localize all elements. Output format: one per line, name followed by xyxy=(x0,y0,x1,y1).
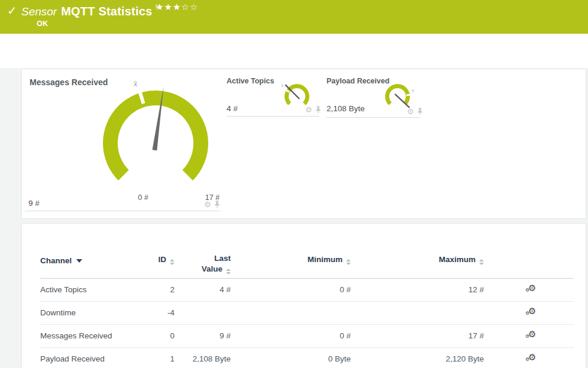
channel-settings-icon[interactable]: ⚙⚙ xyxy=(525,306,537,317)
channel-last-value: 4 # xyxy=(175,278,231,301)
sort-desc-icon xyxy=(76,259,82,263)
gauge-divider xyxy=(25,211,220,211)
channel-minimum: 0 # xyxy=(231,278,351,301)
stars-filled[interactable]: ★★★ xyxy=(156,2,181,12)
gear-icon[interactable]: ⚙ xyxy=(305,106,312,114)
status-check-icon: ✓ xyxy=(7,4,17,18)
gauges-panel: Messages Received x̄ 0 # 17 # 9 # ⚙ xyxy=(22,69,586,218)
column-header-minimum[interactable]: Minimum xyxy=(231,224,351,278)
table-row[interactable]: Active Topics 2 4 # 0 # 12 # ⚙⚙ xyxy=(40,278,574,301)
column-label: ID xyxy=(159,255,167,264)
sort-icon xyxy=(479,259,484,265)
channel-id: 1 xyxy=(139,347,175,368)
column-label: Value xyxy=(202,264,222,273)
gauge-min-label: 0 # xyxy=(130,193,156,202)
column-header-actions xyxy=(484,224,574,278)
stars-empty[interactable]: ☆☆ xyxy=(181,2,198,12)
pin-icon[interactable] xyxy=(315,106,321,114)
channel-minimum: 0 Byte xyxy=(231,347,351,368)
column-header-maximum[interactable]: Maximum xyxy=(351,224,484,278)
column-header-last-value[interactable]: Last Value xyxy=(175,224,231,278)
gauge-actions: ⚙ xyxy=(204,201,220,208)
gear-icon[interactable]: ⚙ xyxy=(407,108,414,115)
object-type-label: Sensor xyxy=(21,5,57,18)
channel-name[interactable]: Downtime xyxy=(40,301,139,324)
channel-last-value xyxy=(175,301,231,324)
channel-maximum: 12 # xyxy=(351,278,484,301)
channel-maximum: 17 # xyxy=(351,324,484,347)
channel-minimum xyxy=(231,301,351,324)
gauge-current-value: 4 # xyxy=(227,104,238,113)
channel-name[interactable]: Payload Received xyxy=(40,347,139,368)
sort-icon xyxy=(170,259,175,265)
channel-settings-icon[interactable]: ⚙⚙ xyxy=(525,330,537,340)
gauge-current-value: 2,108 Byte xyxy=(327,104,365,113)
average-marker: x̄ xyxy=(281,83,283,88)
column-label: Maximum xyxy=(439,255,476,264)
channel-id: -4 xyxy=(139,301,175,324)
tab-bar: Overview Live Data 2 days 30 days 365 da… xyxy=(0,34,588,68)
priority-stars[interactable]: ★★★☆☆ xyxy=(156,2,198,12)
gauge-dial: x̄ xyxy=(96,78,215,208)
column-header-channel[interactable]: Channel xyxy=(40,224,139,278)
channel-last-value: 2,108 Byte xyxy=(175,347,231,368)
gauge-actions: ⚙ xyxy=(407,108,423,115)
gauge-divider xyxy=(327,117,420,118)
column-label: Last xyxy=(214,254,231,263)
page-title: MQTT Statistics xyxy=(61,5,152,18)
gauge-actions: ⚙ xyxy=(305,106,321,114)
pin-icon[interactable] xyxy=(214,201,220,208)
column-header-id[interactable]: ID xyxy=(139,224,175,278)
table-row[interactable]: Payload Received 1 2,108 Byte 0 Byte 2,1… xyxy=(40,347,574,368)
channel-settings-icon[interactable]: ⚙⚙ xyxy=(525,283,537,294)
sort-icon xyxy=(346,259,351,265)
average-marker: x̄ xyxy=(134,80,137,88)
channel-maximum: 2,120 Byte xyxy=(351,347,484,368)
status-badge: OK xyxy=(37,20,49,28)
content-area: Messages Received x̄ 0 # 17 # 9 # ⚙ xyxy=(0,68,588,368)
table-header-row: Channel ID Last Value Minimum Maximum xyxy=(40,224,574,278)
average-marker: x̄ xyxy=(412,89,414,93)
column-label: Channel xyxy=(40,256,72,265)
channel-id: 0 xyxy=(139,324,175,347)
sensor-header: ✓ SensorMQTT Statistics⚐ ★★★☆☆ OK xyxy=(0,0,588,34)
channel-name[interactable]: Messages Received xyxy=(40,324,139,347)
gauge-divider xyxy=(227,116,319,117)
column-label: Minimum xyxy=(308,255,343,264)
channel-name[interactable]: Active Topics xyxy=(40,278,139,301)
table-row[interactable]: Downtime -4 ⚙⚙ xyxy=(40,301,574,324)
channel-settings-icon[interactable]: ⚙⚙ xyxy=(525,353,537,363)
channel-id: 2 xyxy=(139,278,175,301)
pin-icon[interactable] xyxy=(417,108,423,115)
table-row[interactable]: Messages Received 0 9 # 0 # 17 # ⚙⚙ xyxy=(40,324,574,347)
channel-minimum: 0 # xyxy=(231,324,351,347)
gear-icon[interactable]: ⚙ xyxy=(204,201,211,208)
channel-maximum xyxy=(351,301,484,324)
gauge-title: Active Topics xyxy=(227,77,274,85)
channel-last-value: 9 # xyxy=(175,324,231,347)
channels-table: Channel ID Last Value Minimum Maximum Ac… xyxy=(40,224,574,368)
sensor-title-line: SensorMQTT Statistics⚐ xyxy=(21,3,161,18)
sort-icon xyxy=(226,269,231,275)
sensor-page: ✓ SensorMQTT Statistics⚐ ★★★☆☆ OK Overvi… xyxy=(0,0,588,368)
channels-panel: Channel ID Last Value Minimum Maximum Ac… xyxy=(22,224,586,368)
gauge-current-value: 9 # xyxy=(28,199,40,208)
